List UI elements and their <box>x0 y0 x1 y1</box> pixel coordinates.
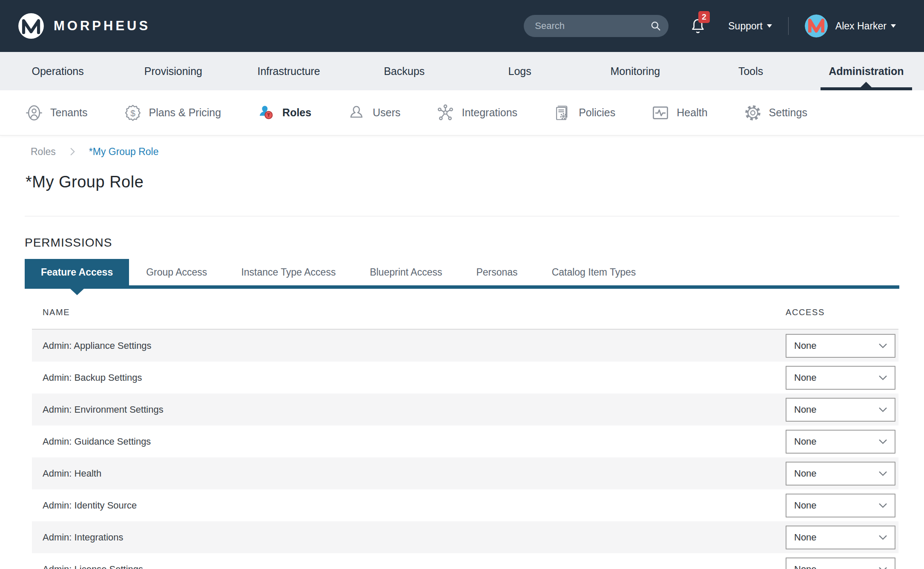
sub-nav-item-plans-pricing[interactable]: $ Plans & Pricing <box>123 103 221 122</box>
svg-text:$: $ <box>130 108 135 118</box>
sub-nav-item-policies[interactable]: Policies <box>553 103 615 122</box>
access-select-value: None <box>794 340 817 351</box>
tab-feature-access[interactable]: Feature Access <box>25 259 129 285</box>
permission-name: Admin: Backup Settings <box>32 372 786 383</box>
main-nav-item-backups[interactable]: Backups <box>347 52 462 90</box>
permission-name: Admin: Identity Source <box>32 500 786 511</box>
users-icon <box>347 103 366 122</box>
tab-personas[interactable]: Personas <box>459 259 534 285</box>
sub-nav-item-label: Integrations <box>462 106 517 119</box>
chevron-down-icon <box>891 24 896 28</box>
permissions-heading: PERMISSIONS <box>25 236 924 250</box>
main-nav-item-label: Backups <box>384 65 425 78</box>
sub-nav-item-integrations[interactable]: Integrations <box>436 103 517 122</box>
access-select-value: None <box>794 372 817 383</box>
main-nav-item-label: Administration <box>829 65 904 78</box>
access-select[interactable]: None <box>786 334 895 358</box>
breadcrumb-current[interactable]: *My Group Role <box>89 146 159 158</box>
permission-name: Admin: License Settings <box>32 564 786 569</box>
user-name: Alex Harker <box>835 20 887 32</box>
permissions-tabs: Feature Access Group Access Instance Typ… <box>25 259 899 289</box>
access-select-value: None <box>794 564 817 569</box>
tab-label: Blueprint Access <box>370 267 442 278</box>
avatar <box>805 14 828 37</box>
global-search <box>524 15 669 37</box>
tab-label: Group Access <box>146 267 207 278</box>
access-select-value: None <box>794 532 817 543</box>
tenants-icon <box>25 103 43 122</box>
permission-name: Admin: Environment Settings <box>32 404 786 415</box>
chevron-down-icon <box>877 500 889 511</box>
main-nav-item-infrastructure[interactable]: Infrastructure <box>231 52 347 90</box>
chevron-down-icon <box>877 372 889 383</box>
main-nav-item-provisioning[interactable]: Provisioning <box>115 52 231 90</box>
tab-label: Catalog Item Types <box>552 267 636 278</box>
main-nav-item-monitoring[interactable]: Monitoring <box>577 52 693 90</box>
table-row-admin-integrations: Admin: Integrations None <box>32 521 898 553</box>
access-select[interactable]: None <box>786 366 895 390</box>
table-row-admin-backup-settings: Admin: Backup Settings None <box>32 362 898 394</box>
morpheus-app: MORPHEUS 2 Support <box>0 0 924 569</box>
chevron-down-icon <box>877 340 889 351</box>
table-row-admin-identity-source: Admin: Identity Source None <box>32 489 898 521</box>
table-body: Admin: Appliance Settings None <box>32 330 898 569</box>
access-select[interactable]: None <box>786 526 895 549</box>
sub-nav-item-users[interactable]: Users <box>347 103 400 122</box>
sub-nav-item-tenants[interactable]: Tenants <box>25 103 88 122</box>
notifications-button[interactable]: 2 <box>689 17 707 35</box>
app-header: MORPHEUS 2 Support <box>0 0 924 52</box>
sub-nav-item-label: Plans & Pricing <box>149 106 221 119</box>
main-nav-item-label: Provisioning <box>144 65 202 78</box>
health-icon <box>651 103 670 122</box>
tab-label: Feature Access <box>41 267 113 278</box>
header-right: 2 Support Alex Harker <box>524 14 896 37</box>
tab-catalog-item-types[interactable]: Catalog Item Types <box>535 259 653 285</box>
main-nav-item-label: Logs <box>508 65 531 78</box>
chevron-down-icon <box>877 532 889 543</box>
tab-blueprint-access[interactable]: Blueprint Access <box>353 259 459 285</box>
access-select[interactable]: None <box>786 462 895 486</box>
chevron-down-icon <box>877 468 889 479</box>
notification-count-badge: 2 <box>698 11 710 23</box>
main-nav-item-logs[interactable]: Logs <box>462 52 577 90</box>
main-nav-item-label: Infrastructure <box>257 65 320 78</box>
access-select-value: None <box>794 436 817 447</box>
sub-nav-item-health[interactable]: Health <box>651 103 707 122</box>
table-row-admin-license-settings: Admin: License Settings None <box>32 553 898 569</box>
access-select[interactable]: None <box>786 494 895 517</box>
table-row-admin-environment-settings: Admin: Environment Settings None <box>32 394 898 425</box>
policies-icon <box>553 103 572 122</box>
breadcrumb: Roles *My Group Role <box>0 135 924 160</box>
chevron-right-icon <box>67 146 78 157</box>
sub-nav-item-label: Policies <box>579 106 615 119</box>
access-select[interactable]: None <box>786 558 895 569</box>
access-select[interactable]: None <box>786 430 895 454</box>
chevron-down-icon <box>877 563 889 569</box>
tab-instance-type-access[interactable]: Instance Type Access <box>224 259 353 285</box>
tabs-row: Feature Access Group Access Instance Typ… <box>25 259 899 285</box>
sub-nav-item-roles[interactable]: Roles <box>257 103 311 122</box>
user-menu[interactable]: Alex Harker <box>805 14 896 37</box>
tab-group-access[interactable]: Group Access <box>129 259 224 285</box>
support-menu[interactable]: Support <box>728 20 772 32</box>
permission-name: Admin: Appliance Settings <box>32 340 786 351</box>
main-nav-item-operations[interactable]: Operations <box>0 52 115 90</box>
sub-nav-item-settings[interactable]: Settings <box>743 103 807 122</box>
main-nav-item-tools[interactable]: Tools <box>693 52 809 90</box>
sub-nav-item-label: Roles <box>282 106 311 119</box>
tab-label: Personas <box>476 267 517 278</box>
access-select[interactable]: None <box>786 398 895 422</box>
main-nav-item-administration[interactable]: Administration <box>809 52 924 90</box>
brand-name: MORPHEUS <box>54 18 150 34</box>
sub-nav-item-label: Tenants <box>50 106 88 119</box>
table-row-admin-appliance-settings: Admin: Appliance Settings None <box>32 330 898 362</box>
breadcrumb-roles[interactable]: Roles <box>31 146 56 158</box>
settings-icon <box>743 103 762 122</box>
chevron-down-icon <box>877 436 889 447</box>
brand-logo[interactable]: MORPHEUS <box>17 12 150 40</box>
search-input[interactable] <box>524 15 669 37</box>
main-nav-item-label: Operations <box>32 65 83 78</box>
search-icon[interactable] <box>650 20 662 32</box>
access-select-value: None <box>794 468 817 479</box>
sub-nav-item-label: Settings <box>769 106 807 119</box>
